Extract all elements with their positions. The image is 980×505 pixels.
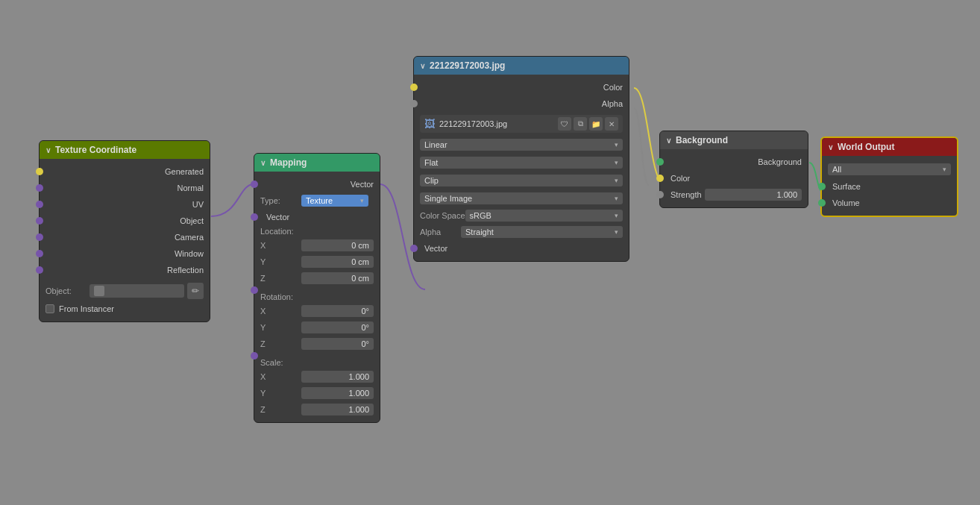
collapse-img-icon[interactable]: ∨ bbox=[420, 62, 425, 70]
socket-mapping-out-dot[interactable] bbox=[251, 181, 258, 188]
copy-btn[interactable]: ⧉ bbox=[574, 117, 587, 131]
rotation-x-field[interactable]: 0° bbox=[301, 305, 374, 317]
rotation-socket-dot[interactable] bbox=[251, 286, 258, 294]
wo-all-dropdown[interactable]: All ▾ bbox=[828, 163, 951, 175]
source-dropdown[interactable]: Single Image ▾ bbox=[420, 192, 623, 204]
socket-alpha-out-dot[interactable] bbox=[410, 100, 418, 107]
node-wo-title: World Output bbox=[838, 142, 894, 152]
eyedrop-button[interactable]: ✏ bbox=[187, 283, 204, 299]
image-panel: 🖼 221229172003.jpg 🛡 ⧉ 📁 ✕ bbox=[420, 115, 623, 133]
socket-bg-color-dot[interactable] bbox=[656, 175, 664, 182]
connection-alpha bbox=[634, 108, 649, 185]
socket-reflection: Reflection bbox=[40, 262, 210, 278]
scale-socket bbox=[254, 352, 380, 357]
rotation-z-field[interactable]: 0° bbox=[301, 338, 374, 350]
socket-wo-surface: Surface bbox=[822, 178, 957, 195]
socket-mapping-in-dot[interactable] bbox=[251, 213, 258, 221]
rotation-y-field[interactable]: 0° bbox=[301, 321, 374, 333]
socket-uv: UV bbox=[40, 196, 210, 213]
node-img-title: 221229172003.jpg bbox=[430, 60, 505, 71]
strength-field[interactable]: 1.000 bbox=[705, 189, 802, 201]
socket-camera-dot[interactable] bbox=[36, 233, 43, 241]
socket-normal-dot[interactable] bbox=[36, 184, 43, 192]
socket-bg-out: Background bbox=[660, 154, 808, 170]
projection-dropdown[interactable]: Flat ▾ bbox=[420, 157, 623, 169]
from-instancer-row: From Instancer bbox=[40, 301, 210, 317]
extension-row: Clip ▾ bbox=[414, 172, 629, 189]
location-z-row: Z 0 cm bbox=[254, 270, 380, 286]
rotation-x-row: X 0° bbox=[254, 303, 380, 319]
projection-row: Flat ▾ bbox=[414, 154, 629, 172]
rotation-socket bbox=[254, 286, 380, 291]
node-tc-title: Texture Coordinate bbox=[55, 145, 136, 155]
socket-bg-strength-dot[interactable] bbox=[656, 191, 664, 198]
object-field[interactable] bbox=[89, 284, 184, 298]
node-mapping-body: Vector Type: Texture ▾ Vector Location: … bbox=[254, 172, 380, 422]
color-space-row: Color Space sRGB ▾ bbox=[414, 207, 629, 224]
type-row: Type: Texture ▾ bbox=[254, 192, 380, 209]
from-instancer-checkbox[interactable] bbox=[45, 304, 54, 313]
scale-x-row: X 1.000 bbox=[254, 368, 380, 385]
scale-y-field[interactable]: 1.000 bbox=[301, 387, 374, 399]
shield-btn[interactable]: 🛡 bbox=[558, 117, 571, 131]
node-wo-body: All ▾ Surface Volume bbox=[822, 156, 957, 216]
node-bg-body: Background Color Strength 1.000 bbox=[660, 149, 808, 207]
socket-alpha-out: Alpha bbox=[414, 95, 629, 112]
node-world-output: ∨ World Output All ▾ Surface Volume bbox=[820, 137, 958, 217]
scale-socket-dot[interactable] bbox=[251, 352, 258, 360]
socket-reflection-dot[interactable] bbox=[36, 266, 43, 274]
socket-object: Object bbox=[40, 213, 210, 229]
socket-wo-volume-dot[interactable] bbox=[818, 199, 826, 207]
socket-bg-out-dot[interactable] bbox=[656, 158, 664, 166]
socket-color-out-dot[interactable] bbox=[410, 84, 418, 91]
source-row: Single Image ▾ bbox=[414, 189, 629, 207]
object-field-row: Object: ✏ bbox=[40, 281, 210, 301]
wo-all-row: All ▾ bbox=[822, 160, 957, 178]
socket-vector-in-dot[interactable] bbox=[410, 245, 418, 252]
node-bg-header[interactable]: ∨ Background bbox=[660, 131, 808, 149]
rotation-label: Rotation: bbox=[254, 291, 380, 303]
location-x-row: X 0 cm bbox=[254, 237, 380, 254]
alpha-row: Alpha Straight ▾ bbox=[414, 224, 629, 240]
connection-uv-mapping bbox=[211, 184, 254, 216]
node-background: ∨ Background Background Color Strength 1… bbox=[659, 131, 808, 208]
node-tc-header[interactable]: ∨ Texture Coordinate bbox=[40, 141, 210, 159]
socket-window-dot[interactable] bbox=[36, 250, 43, 257]
node-wo-header[interactable]: ∨ World Output bbox=[822, 138, 957, 156]
rotation-z-row: Z 0° bbox=[254, 336, 380, 352]
collapse-mapping-icon[interactable]: ∨ bbox=[260, 159, 266, 167]
node-bg-title: Background bbox=[676, 135, 728, 145]
color-space-dropdown[interactable]: sRGB ▾ bbox=[465, 210, 623, 222]
socket-window: Window bbox=[40, 245, 210, 262]
socket-normal: Normal bbox=[40, 180, 210, 196]
node-mapping: ∨ Mapping Vector Type: Texture ▾ Vector … bbox=[254, 153, 380, 423]
scale-z-field[interactable]: 1.000 bbox=[301, 404, 374, 415]
location-y-field[interactable]: 0 cm bbox=[301, 256, 374, 268]
collapse-bg-icon[interactable]: ∨ bbox=[666, 137, 671, 145]
socket-mapping-vector-in: Vector bbox=[254, 209, 380, 225]
interpolation-dropdown[interactable]: Linear ▾ bbox=[420, 139, 623, 151]
image-thumbnail-icon: 🖼 bbox=[424, 118, 435, 130]
node-image-texture: ∨ 221229172003.jpg Color Alpha 🖼 2212291… bbox=[413, 56, 629, 262]
alpha-dropdown[interactable]: Straight ▾ bbox=[461, 226, 623, 238]
collapse-wo-icon[interactable]: ∨ bbox=[828, 143, 833, 151]
socket-bg-color-in: Color bbox=[660, 170, 808, 186]
close-btn[interactable]: ✕ bbox=[605, 117, 618, 131]
socket-vector-in: Vector bbox=[414, 240, 629, 257]
interpolation-row: Linear ▾ bbox=[414, 136, 629, 154]
node-mapping-header[interactable]: ∨ Mapping bbox=[254, 154, 380, 172]
socket-generated-dot[interactable] bbox=[36, 168, 43, 175]
scale-x-field[interactable]: 1.000 bbox=[301, 371, 374, 383]
type-dropdown[interactable]: Texture ▾ bbox=[301, 195, 368, 207]
socket-generated: Generated bbox=[40, 163, 210, 180]
folder-btn[interactable]: 📁 bbox=[589, 117, 603, 131]
location-z-field[interactable]: 0 cm bbox=[301, 272, 374, 284]
location-x-field[interactable]: 0 cm bbox=[301, 239, 374, 251]
node-img-body: Color Alpha 🖼 221229172003.jpg 🛡 ⧉ 📁 ✕ L… bbox=[414, 75, 629, 261]
socket-uv-dot[interactable] bbox=[36, 201, 43, 208]
socket-wo-surface-dot[interactable] bbox=[818, 183, 826, 190]
extension-dropdown[interactable]: Clip ▾ bbox=[420, 175, 623, 186]
socket-object-dot[interactable] bbox=[36, 217, 43, 225]
node-img-header[interactable]: ∨ 221229172003.jpg bbox=[414, 57, 629, 75]
collapse-icon[interactable]: ∨ bbox=[45, 146, 51, 154]
